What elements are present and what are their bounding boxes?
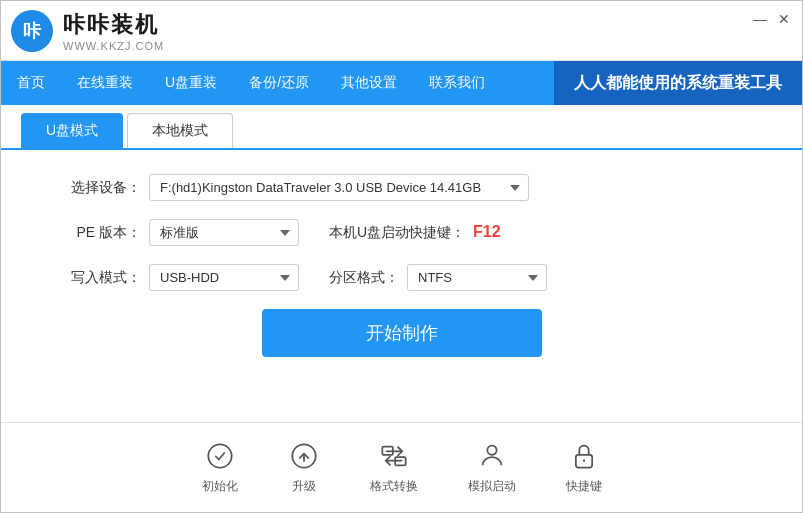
nav-item-contact[interactable]: 联系我们 <box>413 61 501 105</box>
swap-icon <box>378 440 410 472</box>
app-logo: 咔 <box>11 10 53 52</box>
svg-point-7 <box>487 446 496 455</box>
title-bar: 咔 咔咔装机 WWW.KKZJ.COM — ✕ <box>1 1 802 61</box>
hotkey-value: F12 <box>473 223 501 240</box>
nav-item-online[interactable]: 在线重装 <box>61 61 149 105</box>
tool-initialize[interactable]: 初始化 <box>202 440 238 495</box>
tool-upgrade[interactable]: 升级 <box>288 440 320 495</box>
tabs: U盘模式 本地模式 <box>1 113 802 150</box>
nav-items: 首页 在线重装 U盘重装 备份/还原 其他设置 联系我们 <box>1 61 501 105</box>
close-button[interactable]: ✕ <box>776 11 792 27</box>
check-circle-icon <box>204 440 236 472</box>
pe-select[interactable]: 标准版 <box>149 219 299 246</box>
main-window: 咔 咔咔装机 WWW.KKZJ.COM — ✕ 首页 在线重装 U盘重装 备份/… <box>0 0 803 513</box>
hotkey-label: 本机U盘启动快捷键： <box>329 224 465 240</box>
partition-label: 分区格式： <box>319 269 399 287</box>
device-row: 选择设备： F:(hd1)Kingston DataTraveler 3.0 U… <box>61 174 742 201</box>
device-select[interactable]: F:(hd1)Kingston DataTraveler 3.0 USB Dev… <box>149 174 529 201</box>
nav-item-home[interactable]: 首页 <box>1 61 61 105</box>
svg-point-9 <box>582 460 584 462</box>
bottom-toolbar: 初始化 升级 <box>1 422 802 512</box>
minimize-button[interactable]: — <box>752 11 768 27</box>
tool-shortcut-label: 快捷键 <box>566 478 602 495</box>
tab-usb-mode[interactable]: U盘模式 <box>21 113 123 148</box>
lock-icon <box>568 440 600 472</box>
svg-point-0 <box>208 444 231 467</box>
nav-slogan: 人人都能使用的系统重装工具 <box>554 61 802 105</box>
write-select[interactable]: USB-HDD <box>149 264 299 291</box>
content-area: U盘模式 本地模式 选择设备： F:(hd1)Kingston DataTrav… <box>1 105 802 422</box>
form-area: 选择设备： F:(hd1)Kingston DataTraveler 3.0 U… <box>1 150 802 422</box>
tab-local-mode[interactable]: 本地模式 <box>127 113 233 148</box>
tool-shortcut[interactable]: 快捷键 <box>566 440 602 495</box>
tool-simulate-label: 模拟启动 <box>468 478 516 495</box>
app-title: 咔咔装机 <box>63 10 164 40</box>
window-controls: — ✕ <box>752 11 792 27</box>
upload-circle-icon <box>288 440 320 472</box>
tool-initialize-label: 初始化 <box>202 478 238 495</box>
logo-char: 咔 <box>23 19 41 43</box>
app-url: WWW.KKZJ.COM <box>63 40 164 52</box>
app-title-block: 咔咔装机 WWW.KKZJ.COM <box>63 10 164 52</box>
pe-label: PE 版本： <box>61 224 141 242</box>
tool-format-convert[interactable]: 格式转换 <box>370 440 418 495</box>
person-icon <box>476 440 508 472</box>
nav-bar: 首页 在线重装 U盘重装 备份/还原 其他设置 联系我们 人人都能使用的系统重装… <box>1 61 802 105</box>
start-button[interactable]: 开始制作 <box>262 309 542 357</box>
tool-simulate-boot[interactable]: 模拟启动 <box>468 440 516 495</box>
device-label: 选择设备： <box>61 179 141 197</box>
nav-item-settings[interactable]: 其他设置 <box>325 61 413 105</box>
nav-item-backup[interactable]: 备份/还原 <box>233 61 325 105</box>
partition-select[interactable]: NTFS <box>407 264 547 291</box>
write-label: 写入模式： <box>61 269 141 287</box>
hotkey-info: 本机U盘启动快捷键： F12 <box>329 223 501 242</box>
nav-item-usb[interactable]: U盘重装 <box>149 61 233 105</box>
write-row: 写入模式： USB-HDD 分区格式： NTFS <box>61 264 742 291</box>
tool-format-label: 格式转换 <box>370 478 418 495</box>
tool-upgrade-label: 升级 <box>292 478 316 495</box>
pe-row: PE 版本： 标准版 本机U盘启动快捷键： F12 <box>61 219 742 246</box>
